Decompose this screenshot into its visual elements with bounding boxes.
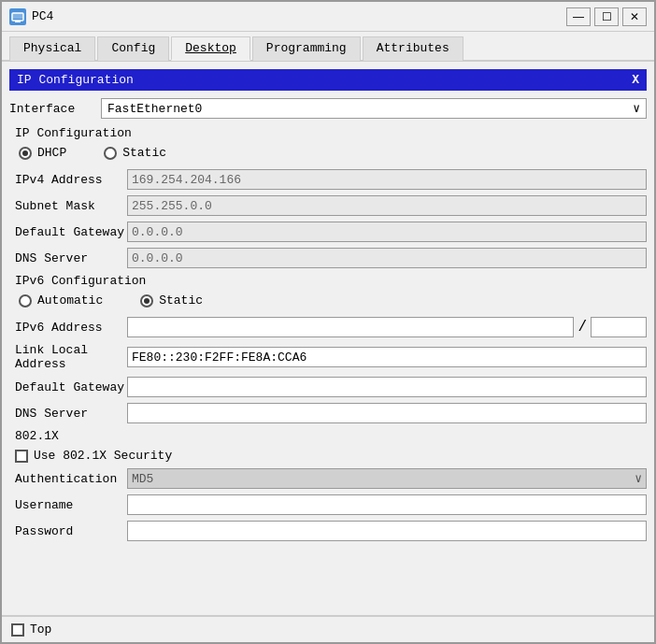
auth-dropdown[interactable]: MD5 ∨ <box>127 468 647 489</box>
automatic-radio-circle <box>19 294 32 308</box>
tab-desktop[interactable]: Desktop <box>171 36 250 61</box>
bottom-bar: Top <box>2 615 654 642</box>
use-802-checkbox[interactable]: Use 802.1X Security <box>15 449 172 463</box>
ipv6-gateway-label: Default Gateway <box>15 380 127 394</box>
tab-config[interactable]: Config <box>97 36 169 61</box>
auth-chevron-icon: ∨ <box>635 471 642 486</box>
default-gateway-row: Default Gateway <box>9 222 647 242</box>
slash-separator: / <box>578 319 587 336</box>
password-row: Password <box>9 521 647 541</box>
ipv6-address-inputs: / <box>127 317 647 337</box>
ipv6-gateway-row: Default Gateway <box>9 377 647 397</box>
ipv4-address-input[interactable] <box>127 169 647 190</box>
subnet-mask-label: Subnet Mask <box>15 199 127 213</box>
tab-attributes[interactable]: Attributes <box>363 36 463 61</box>
username-label: Username <box>15 498 127 512</box>
interface-value: FastEthernet0 <box>107 102 202 116</box>
ipv6-address-label: IPv6 Address <box>15 321 127 335</box>
username-row: Username <box>9 494 647 515</box>
interface-row: Interface FastEthernet0 ∨ <box>9 98 647 119</box>
automatic-radio[interactable]: Automatic <box>19 293 103 308</box>
top-checkbox-box <box>11 623 24 637</box>
dhcp-label: DHCP <box>37 146 66 160</box>
password-label: Password <box>15 524 127 538</box>
title-bar: PC4 — ☐ ✕ <box>2 2 654 32</box>
static-label: Static <box>122 146 166 160</box>
static-radio-circle <box>104 147 117 160</box>
subnet-mask-row: Subnet Mask <box>9 195 647 216</box>
static-ipv6-label: Static <box>159 293 203 308</box>
static-radio[interactable]: Static <box>104 146 166 160</box>
top-checkbox-label: Top <box>30 623 51 637</box>
ipv6-address-row: IPv6 Address / <box>9 317 647 337</box>
interface-label: Interface <box>9 102 93 116</box>
dhcp-radio-circle <box>19 147 32 160</box>
use-802-label: Use 802.1X Security <box>34 449 172 463</box>
ipv6-config-section: IPv6 Configuration Automatic Static IPv6… <box>9 274 647 423</box>
app-icon <box>9 8 26 25</box>
password-input[interactable] <box>127 521 647 541</box>
main-window: PC4 — ☐ ✕ Physical Config Desktop Progra… <box>0 0 656 644</box>
maximize-button[interactable]: ☐ <box>594 7 619 26</box>
username-input[interactable] <box>127 494 647 515</box>
ipv6-dns-label: DNS Server <box>15 407 127 421</box>
static-ipv6-radio[interactable]: Static <box>140 293 203 308</box>
dot1x-section: 802.1X Use 802.1X Security Authenticatio… <box>9 429 647 541</box>
dot1x-section-label: 802.1X <box>15 429 647 443</box>
interface-dropdown[interactable]: FastEthernet0 ∨ <box>101 98 647 119</box>
dns-server-input[interactable] <box>127 248 647 268</box>
automatic-label: Automatic <box>37 293 103 308</box>
use-802-row: Use 802.1X Security <box>9 449 647 463</box>
tab-physical[interactable]: Physical <box>9 36 95 61</box>
svg-rect-2 <box>12 13 23 19</box>
default-gateway-input[interactable] <box>127 222 647 242</box>
auth-value: MD5 <box>132 472 153 486</box>
ipv6-dns-input[interactable] <box>127 403 647 423</box>
window-controls: — ☐ ✕ <box>566 7 647 26</box>
ipv4-section-label: IP Configuration <box>15 126 647 140</box>
ipv6-radio-row: Automatic Static <box>9 293 647 308</box>
close-button[interactable]: ✕ <box>622 7 647 26</box>
ipv4-address-label: IPv4 Address <box>15 173 127 187</box>
main-content: IP Configuration X Interface FastEtherne… <box>2 62 654 615</box>
ipv4-radio-row: DHCP Static <box>9 146 647 160</box>
tab-programming[interactable]: Programming <box>252 36 361 61</box>
ipv6-prefix-input[interactable] <box>591 317 647 337</box>
ipv4-address-row: IPv4 Address <box>9 169 647 190</box>
minimize-button[interactable]: — <box>566 7 591 26</box>
use-802-checkbox-box <box>15 450 28 463</box>
window-title: PC4 <box>32 9 566 23</box>
subnet-mask-input[interactable] <box>127 195 647 216</box>
chevron-down-icon: ∨ <box>633 101 640 116</box>
ipv4-config-section: IP Configuration DHCP Static IPv4 Addres… <box>9 126 647 268</box>
link-local-input[interactable] <box>127 347 647 367</box>
link-local-row: Link Local Address <box>9 343 647 371</box>
link-local-label: Link Local Address <box>15 343 127 371</box>
auth-row: Authentication MD5 ∨ <box>9 468 647 489</box>
top-checkbox[interactable]: Top <box>11 623 51 637</box>
auth-label: Authentication <box>15 472 127 486</box>
default-gateway-label: Default Gateway <box>15 225 127 239</box>
tab-bar: Physical Config Desktop Programming Attr… <box>2 32 654 62</box>
dns-server-label: DNS Server <box>15 251 127 265</box>
ip-config-title: IP Configuration <box>17 73 134 87</box>
dhcp-radio[interactable]: DHCP <box>19 146 66 160</box>
static-ipv6-radio-circle <box>140 294 153 308</box>
ipv6-address-input[interactable] <box>127 317 574 337</box>
ipv6-section-label: IPv6 Configuration <box>15 274 647 288</box>
ipv6-gateway-input[interactable] <box>127 377 647 397</box>
dns-server-row: DNS Server <box>9 248 647 268</box>
svg-rect-1 <box>15 21 21 22</box>
ip-config-header-bar: IP Configuration X <box>9 69 647 91</box>
ipv6-dns-row: DNS Server <box>9 403 647 423</box>
ip-config-close-button[interactable]: X <box>632 73 639 87</box>
